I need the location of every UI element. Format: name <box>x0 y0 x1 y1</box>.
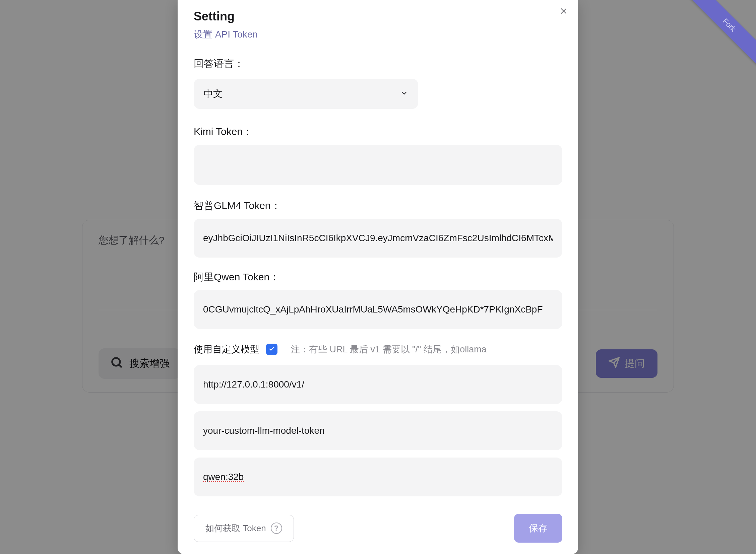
custom-model-label: 使用自定义模型 <box>194 343 259 356</box>
save-button[interactable]: 保存 <box>514 514 562 543</box>
modal-title: Setting <box>194 9 562 23</box>
answer-language-select[interactable]: 中文 <box>194 79 418 109</box>
help-button-label: 如何获取 Token <box>205 522 266 534</box>
modal-footer: 如何获取 Token ? 保存 <box>194 514 562 543</box>
answer-language-label: 回答语言： <box>194 58 244 69</box>
custom-model-checkbox[interactable] <box>266 344 278 355</box>
kimi-token-group: Kimi Token： <box>194 125 562 186</box>
glm4-token-label: 智普GLM4 Token： <box>194 200 281 211</box>
modal-subtitle: 设置 API Token <box>194 28 562 41</box>
answer-language-group: 回答语言： 中文 <box>194 57 562 109</box>
glm4-token-input[interactable] <box>194 219 562 258</box>
glm4-token-group: 智普GLM4 Token： <box>194 199 562 258</box>
settings-modal: Setting 设置 API Token 回答语言： 中文 Kimi Token… <box>178 0 578 554</box>
qwen-token-input[interactable] <box>194 290 562 329</box>
help-icon: ? <box>271 522 282 534</box>
custom-model-row: 使用自定义模型 注：有些 URL 最后 v1 需要以 "/" 结尾，如ollam… <box>194 343 562 356</box>
answer-language-select-wrap: 中文 <box>194 79 418 109</box>
fork-ribbon[interactable]: Fork <box>669 0 756 87</box>
check-icon <box>268 345 275 353</box>
custom-url-input[interactable] <box>194 365 562 404</box>
how-to-get-token-button[interactable]: 如何获取 Token ? <box>194 515 294 542</box>
custom-token-input[interactable] <box>194 411 562 450</box>
qwen-token-label: 阿里Qwen Token： <box>194 271 280 282</box>
qwen-token-group: 阿里Qwen Token： <box>194 270 562 329</box>
fork-ribbon-label: Fork <box>685 0 756 69</box>
close-button[interactable] <box>559 7 568 17</box>
close-icon <box>559 11 568 16</box>
custom-model-note: 注：有些 URL 最后 v1 需要以 "/" 结尾，如ollama <box>291 343 487 355</box>
kimi-token-input[interactable] <box>194 145 562 185</box>
custom-model-name-input[interactable] <box>194 457 562 496</box>
kimi-token-label: Kimi Token： <box>194 126 253 137</box>
